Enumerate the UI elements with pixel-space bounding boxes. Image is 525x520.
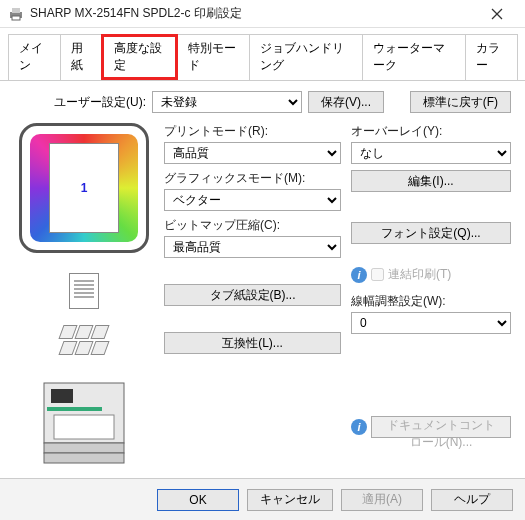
user-settings-select[interactable]: 未登録	[152, 91, 302, 113]
finisher-icons-2	[61, 341, 107, 355]
help-button[interactable]: ヘルプ	[431, 489, 513, 511]
preview-page-number: 1	[81, 181, 88, 195]
preview-page: 1	[49, 143, 119, 233]
middle-column: プリントモード(R): 高品質 グラフィックスモード(M): ベクター ビットマ…	[164, 123, 341, 473]
linewidth-label: 線幅調整設定(W):	[351, 293, 511, 310]
overlay-label: オーバーレイ(Y):	[351, 123, 511, 140]
restore-defaults-button[interactable]: 標準に戻す(F)	[410, 91, 511, 113]
tab-paper-settings-button[interactable]: タブ紙設定(B)...	[164, 284, 341, 306]
svg-rect-9	[47, 407, 102, 411]
printer-icon	[8, 6, 24, 22]
page-preview: 1	[19, 123, 149, 253]
footer: OK キャンセル 適用(A) ヘルプ	[0, 478, 525, 520]
tab-advanced[interactable]: 高度な設定	[101, 34, 178, 80]
info-icon[interactable]: i	[351, 267, 367, 283]
user-settings-label: ユーザー設定(U):	[54, 94, 146, 111]
right-column: オーバーレイ(Y): なし 編集(I)... フォント設定(Q)... i 連結…	[351, 123, 511, 473]
svg-rect-10	[54, 415, 114, 439]
svg-rect-8	[44, 453, 124, 463]
svg-rect-6	[51, 389, 73, 403]
finisher-icons	[61, 325, 107, 339]
compatibility-button[interactable]: 互換性(L)...	[164, 332, 341, 354]
printer-illustration	[29, 363, 139, 473]
titlebar: SHARP MX-2514FN SPDL2-c 印刷設定	[0, 0, 525, 28]
svg-rect-1	[12, 8, 20, 13]
tab-watermark[interactable]: ウォーターマーク	[362, 34, 466, 80]
print-mode-label: プリントモード(R):	[164, 123, 341, 140]
save-button[interactable]: 保存(V)...	[308, 91, 384, 113]
tandem-print-checkbox	[371, 268, 384, 281]
info-icon-2[interactable]: i	[351, 419, 367, 435]
apply-button: 適用(A)	[341, 489, 423, 511]
cancel-button[interactable]: キャンセル	[247, 489, 333, 511]
linewidth-select[interactable]: 0	[351, 312, 511, 334]
graphics-mode-select[interactable]: ベクター	[164, 189, 341, 211]
window-title: SHARP MX-2514FN SPDL2-c 印刷設定	[30, 5, 477, 22]
tab-color[interactable]: カラー	[465, 34, 518, 80]
overlay-select[interactable]: なし	[351, 142, 511, 164]
user-settings-row: ユーザー設定(U): 未登録 保存(V)... 標準に戻す(F)	[14, 91, 511, 113]
tab-special[interactable]: 特別モード	[177, 34, 250, 80]
mini-doc-icon	[69, 273, 99, 309]
tab-main[interactable]: メイン	[8, 34, 61, 80]
tandem-print-label: 連結印刷(T)	[388, 266, 451, 283]
svg-rect-2	[12, 16, 20, 20]
edit-overlay-button[interactable]: 編集(I)...	[351, 170, 511, 192]
font-settings-button[interactable]: フォント設定(Q)...	[351, 222, 511, 244]
svg-rect-7	[44, 443, 124, 453]
graphics-mode-label: グラフィックスモード(M):	[164, 170, 341, 187]
panel-advanced: ユーザー設定(U): 未登録 保存(V)... 標準に戻す(F) 1	[0, 81, 525, 483]
document-control-button: ドキュメントコントロール(N)...	[371, 416, 511, 438]
bitmap-compress-select[interactable]: 最高品質	[164, 236, 341, 258]
tab-job[interactable]: ジョブハンドリング	[249, 34, 363, 80]
close-button[interactable]	[477, 2, 517, 26]
ok-button[interactable]: OK	[157, 489, 239, 511]
left-column: 1	[14, 123, 154, 473]
tab-strip: メイン 用紙 高度な設定 特別モード ジョブハンドリング ウォーターマーク カラ…	[0, 28, 525, 81]
tab-paper[interactable]: 用紙	[60, 34, 102, 80]
print-mode-select[interactable]: 高品質	[164, 142, 341, 164]
bitmap-compress-label: ビットマップ圧縮(C):	[164, 217, 341, 234]
